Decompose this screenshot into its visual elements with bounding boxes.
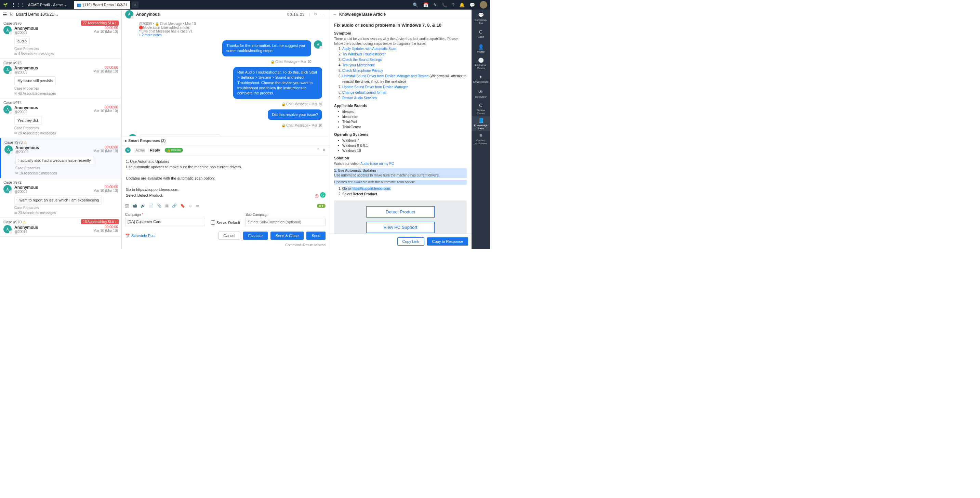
emoji-icon[interactable]: ☺ (188, 204, 192, 208)
section-heading: Symptom (334, 31, 467, 35)
copy-link-button[interactable]: Copy Link (397, 237, 424, 246)
case-properties-link[interactable]: Case Properties (14, 126, 118, 130)
case-properties-link[interactable]: Case Properties (14, 206, 118, 210)
board-selector[interactable]: Board Demo 10/3/21 ⌄ (16, 12, 59, 17)
kb-step-link[interactable]: Uninstall Sound Driver from Device Manag… (342, 74, 428, 78)
image-icon[interactable]: 🖼 (125, 204, 129, 208)
associated-messages[interactable]: ✉ 23 Associated messages (14, 211, 118, 215)
audio-icon[interactable]: 🔊 (140, 204, 145, 208)
menu-icon[interactable]: ☰ (3, 12, 7, 17)
chat-icon[interactable]: 💬 (469, 2, 475, 8)
rail-item-guided-workflows[interactable]: ≡Guided Workflows (471, 131, 490, 146)
workspace-selector[interactable]: ACME Prod0 - Acme ⌄ (28, 3, 67, 7)
case-timer: 00:00:00 (93, 225, 118, 229)
cancel-button[interactable]: Cancel (218, 232, 240, 240)
template-icon[interactable]: ▭ (196, 204, 199, 208)
message-meta: 🔒 Chat Message • Mar 10 (129, 60, 311, 64)
rail-item-conversa-tion[interactable]: 💬Conversa- tion (471, 11, 490, 26)
kb-step-link[interactable]: Try Windows Troubleshooter (342, 53, 386, 56)
rail-item-case[interactable]: CCase (471, 26, 490, 41)
search-icon[interactable]: 🔍 (413, 2, 418, 8)
rail-item-profile[interactable]: 👤Profile (471, 41, 490, 56)
case-properties-link[interactable]: Case Properties (14, 86, 118, 90)
kb-step-link[interactable]: Change default sound format (342, 91, 387, 94)
rail-item-historical-cases[interactable]: 🕑Historical Cases (471, 56, 490, 71)
tag-icon[interactable]: 🔖 (180, 204, 185, 208)
collapse-icon[interactable]: ⌃ (317, 148, 320, 152)
rail-item-smart-assist[interactable]: ✦Smart Assist (471, 71, 490, 86)
case-handle: @20003 (14, 31, 91, 35)
calendar-icon[interactable]: 📅 (423, 2, 428, 8)
schedule-post-link[interactable]: 📅 Schedule Post (125, 234, 156, 238)
bell-icon[interactable]: 🔔 (459, 2, 465, 8)
video-link[interactable]: Audio issue on my PC (360, 162, 394, 165)
user-avatar[interactable] (480, 1, 487, 8)
compose-textarea[interactable]: 1. Use Automatic Updates Use automatic u… (122, 155, 329, 202)
kb-step-link[interactable]: Apply Updates with Automatic Scan (342, 47, 396, 51)
kb-step-link[interactable]: Check the Sound Settings (342, 58, 382, 62)
case-id: Case #973 ⚠ (5, 140, 118, 145)
smart-responses-toggle[interactable]: ▸ Smart Responses (3) (122, 136, 329, 145)
back-icon[interactable]: ← (333, 12, 336, 16)
workspace-tab[interactable]: 👥 (119) Board Demo 10/3/21 (74, 1, 130, 9)
campaign-select[interactable]: [DA] Customer Care (125, 218, 205, 226)
case-avatar: A (3, 185, 12, 193)
view-support-button: View PC Support (366, 222, 434, 233)
right-rail: 💬Conversa- tionCCase👤Profile🕑Historical … (471, 10, 490, 249)
case-item[interactable]: Case #975AAnonymous@2000900:00:00Mar 10 … (0, 59, 121, 99)
copy-response-button[interactable]: Copy to Response (427, 237, 468, 246)
brand-item: ideacentre (342, 114, 467, 119)
case-item[interactable]: Case #972AAnonymous@2000900:00:00Mar 10 … (0, 178, 121, 218)
link-icon[interactable]: 🔗 (172, 204, 177, 208)
case-item[interactable]: Case #970 ⚠13 Approaching SLA ↓AAnonymou… (0, 218, 121, 237)
char-count[interactable]: 0 ▾ (317, 204, 326, 208)
grid-icon[interactable]: ▦ (165, 204, 169, 208)
more-notes-link[interactable]: + 2 more notes (139, 33, 322, 37)
case-timer: 00:00:00 (93, 26, 118, 30)
send-button[interactable]: Send (306, 232, 326, 240)
support-link[interactable]: https://support.lenoo.com. (352, 187, 391, 191)
case-item[interactable]: Case #974AAnonymous@2000900:00:00Mar 10 … (0, 99, 121, 138)
video-icon[interactable]: 📹 (132, 204, 137, 208)
case-properties-link[interactable]: Case Properties (15, 166, 118, 170)
rail-item-overview[interactable]: 👁Overview (471, 86, 490, 101)
kb-step-link[interactable]: Restart Audio Services (342, 96, 377, 100)
private-badge[interactable]: 🔒Private (165, 148, 183, 153)
kb-step-link[interactable]: Update Sound Driver from Device Manager (342, 85, 408, 89)
help-icon[interactable]: ? (452, 2, 455, 8)
associated-messages[interactable]: ✉ 40 Associated messages (14, 92, 118, 95)
more-icon[interactable]: ⋯ (115, 12, 119, 16)
refresh-icon[interactable]: ↻ (314, 12, 317, 16)
compose-tab-acme[interactable]: Acme (135, 148, 145, 152)
kb-step-link[interactable]: Check Microphone Privacy (342, 69, 383, 73)
edit-icon[interactable]: ✎ (433, 2, 437, 8)
associated-messages[interactable]: ✉ 29 Associated messages (14, 131, 118, 135)
app-logo[interactable]: 🌱 (3, 2, 8, 8)
case-handle: @20009 (14, 70, 91, 74)
rail-item-similar-cases[interactable]: CSimilar Cases (471, 101, 490, 116)
send-close-button[interactable]: Send & Close (270, 232, 304, 240)
associated-messages[interactable]: ✉ 4 Associated messages (14, 52, 118, 56)
sub-campaign-select[interactable] (245, 218, 326, 226)
rail-item-knowledge-base[interactable]: 📘Knowledge Base (471, 116, 490, 131)
attachment-icon[interactable]: 📎 (157, 204, 162, 208)
more-icon[interactable]: ⋯ (322, 12, 326, 16)
apps-grid-icon[interactable]: ⋮⋮⋮ (11, 2, 25, 8)
case-item[interactable]: Case #97677 Approaching SLA ↑AAnonymous@… (0, 19, 121, 59)
case-properties-link[interactable]: Case Properties (14, 47, 118, 51)
compose-tab-reply[interactable]: Reply (150, 148, 160, 152)
checkbox-icon[interactable]: ☑ (10, 12, 13, 16)
escalate-button[interactable]: Escalate (243, 232, 268, 240)
case-item[interactable]: Case #973 ⚠AAnonymous@2000900:00:00Mar 1… (0, 138, 121, 178)
associated-messages[interactable]: ✉ 19 Associated messages (15, 171, 118, 175)
close-icon[interactable]: ✕ (323, 148, 326, 152)
phone-icon[interactable]: 📞 (442, 2, 447, 8)
document-icon[interactable]: 📄 (149, 204, 154, 208)
grammarly-icon[interactable]: G (320, 192, 326, 198)
target-icon[interactable]: ◎ (315, 192, 319, 199)
highlighted-text: Use automatic updates to make sure the m… (334, 173, 467, 178)
kb-step-link[interactable]: Test your Microphone (342, 63, 375, 67)
chevron-down-icon: ⌄ (64, 3, 67, 7)
add-tab-button[interactable]: + (132, 2, 138, 8)
set-default-checkbox[interactable]: Set as Default (211, 220, 240, 225)
